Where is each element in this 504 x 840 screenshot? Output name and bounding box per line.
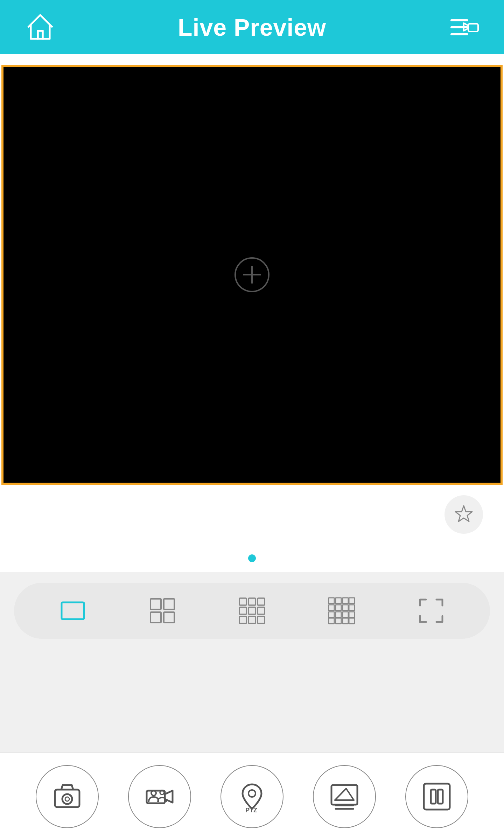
image-settings-button[interactable] [313,765,376,828]
home-button[interactable] [21,8,59,47]
video-container [0,65,504,485]
svg-rect-44 [331,785,357,805]
svg-rect-31 [349,612,355,617]
svg-rect-7 [150,599,161,609]
grid-option-single[interactable] [52,590,94,632]
svg-text:PTZ: PTZ [245,807,257,812]
favorite-button[interactable] [444,495,483,534]
record-button[interactable] [128,765,191,828]
bottom-toolbar: PTZ [0,752,504,840]
pager-dot-active [248,554,256,562]
ptz-button[interactable]: PTZ [220,765,284,828]
video-camera-icon [144,781,175,812]
svg-rect-27 [349,605,355,610]
svg-rect-19 [258,616,265,623]
svg-line-47 [335,789,346,800]
svg-rect-18 [248,616,255,623]
svg-rect-16 [258,607,265,614]
svg-rect-25 [336,605,341,610]
pause-icon [421,781,453,812]
svg-rect-8 [164,599,174,609]
svg-rect-24 [329,605,334,610]
svg-point-42 [248,790,255,797]
svg-rect-6 [62,602,84,619]
svg-rect-22 [343,598,348,603]
svg-rect-4 [468,24,478,31]
app-header: Live Preview [0,0,504,54]
menu-camera-button[interactable] [444,8,483,47]
grid-option-sixteen[interactable] [321,590,363,632]
fav-row [0,485,504,544]
grid-option-quad[interactable] [141,590,183,632]
svg-point-37 [62,794,72,804]
svg-rect-10 [164,612,174,623]
svg-rect-17 [239,616,246,623]
pause-button[interactable] [405,765,468,828]
grid-selector [14,583,490,639]
snapshot-button[interactable] [36,765,99,828]
camera-icon [51,781,83,812]
svg-rect-50 [424,784,450,810]
svg-rect-13 [258,598,265,605]
crosshair-icon [234,257,270,292]
ptz-icon: PTZ [236,781,268,812]
svg-rect-52 [438,790,443,804]
svg-rect-51 [431,790,436,804]
pager-row [0,544,504,572]
svg-rect-35 [349,618,355,624]
video-frame[interactable] [1,65,503,485]
svg-rect-11 [239,598,246,605]
svg-rect-20 [329,598,334,603]
svg-rect-0 [38,31,43,39]
svg-rect-21 [336,598,341,603]
svg-rect-23 [349,598,355,603]
grid-option-nine[interactable] [231,590,273,632]
svg-rect-32 [329,618,334,624]
svg-rect-34 [343,618,348,624]
controls-area [0,485,504,740]
svg-point-38 [65,797,69,801]
header-separator [0,54,504,65]
page-title: Live Preview [178,14,326,41]
grid-option-fullscreen[interactable] [410,590,452,632]
svg-rect-33 [336,618,341,624]
star-icon [453,504,474,525]
image-settings-icon [329,781,360,812]
svg-rect-30 [343,612,348,617]
svg-rect-29 [336,612,341,617]
svg-rect-12 [248,598,255,605]
svg-rect-28 [329,612,334,617]
svg-rect-26 [343,605,348,610]
svg-rect-14 [239,607,246,614]
svg-rect-9 [150,612,161,623]
svg-rect-15 [248,607,255,614]
toolbar-spacer [0,639,504,730]
svg-line-48 [346,789,354,800]
